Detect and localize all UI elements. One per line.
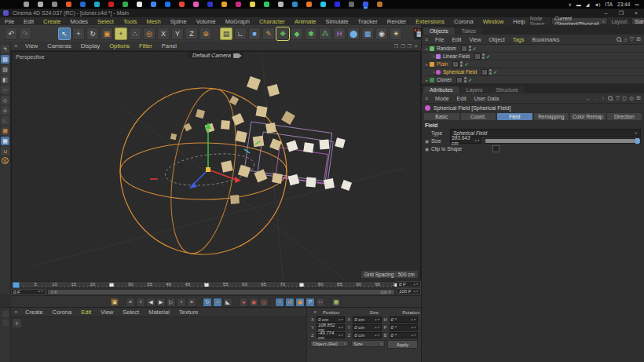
- field-object-button[interactable]: ⬤: [347, 27, 360, 40]
- object-label[interactable]: Cloner: [437, 77, 452, 82]
- redo-button[interactable]: ↷: [19, 27, 31, 40]
- pen-freehand-button[interactable]: ✎: [262, 27, 275, 40]
- coordinate-ring-button[interactable]: ◎: [143, 27, 156, 40]
- instance-button[interactable]: ◆: [291, 27, 303, 40]
- spinner-icon[interactable]: ▲▼: [413, 283, 419, 286]
- prev-frame-button[interactable]: ◀: [146, 298, 156, 307]
- next-frame-button[interactable]: ▷: [166, 298, 176, 307]
- object-panel-menu-icon[interactable]: ≡: [425, 37, 428, 42]
- tab-layers[interactable]: Layers: [460, 86, 489, 93]
- filter-icon[interactable]: ▽: [616, 95, 620, 101]
- polygons-mode-button[interactable]: ◆: [1, 106, 9, 115]
- autokey-button[interactable]: ◎: [259, 298, 269, 307]
- rotation-input[interactable]: 0 °▲▼: [390, 316, 418, 323]
- visibility-dots[interactable]: [464, 77, 467, 82]
- taskbar-app-icon[interactable]: [80, 2, 86, 7]
- notification-icon[interactable]: ▭: [635, 2, 639, 7]
- axis-move-button[interactable]: +: [115, 27, 127, 40]
- camera-label[interactable]: Default Camera: [188, 52, 243, 59]
- keyframe-circle-icon[interactable]: ◉: [425, 138, 431, 144]
- enabled-check-icon[interactable]: ✓: [493, 69, 497, 75]
- battery-icon[interactable]: ▬: [576, 2, 581, 7]
- taskbar-app-icon[interactable]: [306, 2, 312, 7]
- coordinates-menu-icon[interactable]: ≡: [313, 309, 317, 315]
- viewport-menu-view[interactable]: View: [25, 42, 38, 49]
- menu-item-create[interactable]: Create: [43, 18, 61, 25]
- menu-item-window[interactable]: Window: [483, 18, 504, 25]
- lock-workplane-button[interactable]: ▦: [1, 137, 9, 145]
- spinner-icon[interactable]: ▲▼: [411, 327, 416, 329]
- taskbar-app-icon[interactable]: [123, 2, 128, 7]
- spinner-icon[interactable]: ▲▼: [338, 327, 343, 329]
- model-mode-button[interactable]: ▧: [1, 55, 9, 64]
- tracks-button[interactable]: ≡: [213, 298, 222, 307]
- enable-checkbox[interactable]: [481, 69, 488, 75]
- attr-tab-field[interactable]: Field: [497, 113, 532, 120]
- menu-item-edit[interactable]: Edit: [24, 18, 34, 25]
- taskbar-app-icon[interactable]: [250, 2, 255, 7]
- tab-objects[interactable]: Objects: [423, 27, 455, 35]
- network-icon[interactable]: ◢: [586, 2, 590, 7]
- enabled-check-icon[interactable]: ✓: [464, 61, 468, 67]
- position-input[interactable]: 108.852 cm▲▼: [317, 324, 345, 331]
- viewport-menu-panel[interactable]: Panel: [162, 42, 177, 49]
- current-frame-field[interactable]: 0 F▲▼: [397, 281, 421, 287]
- spinner-icon[interactable]: ▲▼: [375, 335, 380, 337]
- attribute-panel-menu-icon[interactable]: ≡: [425, 96, 428, 101]
- menu-item-mograph[interactable]: MoGraph: [225, 18, 250, 25]
- search-icon[interactable]: [616, 36, 622, 42]
- taskbar-app-icon[interactable]: [377, 2, 382, 7]
- viewport-menu-display[interactable]: Display: [81, 42, 101, 49]
- timeline-ruler[interactable]: 0510152025303540455055606570758085909510…: [11, 281, 395, 288]
- slider-handle[interactable]: [635, 138, 639, 144]
- menu-item-mesh[interactable]: Mesh: [146, 18, 160, 25]
- viewport-canvas[interactable]: Perspective Default Camera Grid Spacing …: [11, 51, 421, 282]
- size-input[interactable]: 0 cm▲▼: [353, 324, 381, 331]
- spinner-icon[interactable]: ▲▼: [411, 335, 416, 337]
- object-label[interactable]: Spherical Field: [443, 69, 477, 75]
- effector-button[interactable]: ✱: [305, 27, 317, 40]
- object-row-random[interactable]: ▸Random✓: [422, 45, 644, 53]
- cube-primitive-button[interactable]: ■: [248, 27, 261, 40]
- enable-checkbox[interactable]: [474, 53, 481, 60]
- live-selection-button[interactable]: ↖: [58, 27, 71, 40]
- texture-mode-button[interactable]: ▨: [1, 65, 9, 74]
- enable-checkbox[interactable]: [452, 61, 459, 68]
- spinner-icon[interactable]: ▲▼: [338, 335, 343, 337]
- menu-item-character[interactable]: Character: [259, 18, 285, 25]
- spinner-icon[interactable]: ▲▼: [375, 319, 380, 321]
- add-panel-icon[interactable]: ⊞: [636, 36, 641, 42]
- search-icon[interactable]: [607, 95, 613, 101]
- menu-item-simulate[interactable]: Simulate: [325, 18, 348, 25]
- attribute-menu-edit[interactable]: Edit: [457, 96, 467, 101]
- taskbar-app-icon[interactable]: [320, 2, 326, 7]
- material-menu-material[interactable]: Material: [148, 309, 170, 316]
- coordinate-mode-dropdown[interactable]: Object (Rel)∨: [310, 340, 349, 347]
- key-marker[interactable]: [205, 283, 209, 287]
- attr-tab-remapping[interactable]: Remapping: [534, 113, 569, 120]
- next-key-button[interactable]: ›: [177, 298, 186, 307]
- object-row-spherical-field[interactable]: └Spherical Field✓: [422, 68, 644, 76]
- viewport-menu-filter[interactable]: Filter: [139, 42, 152, 49]
- attribute-menu-mode[interactable]: Mode: [435, 96, 449, 101]
- clock[interactable]: 23:44: [617, 2, 630, 7]
- chevron-up-icon[interactable]: ∨: [568, 2, 571, 7]
- menu-item-spline[interactable]: Spline: [170, 18, 187, 25]
- material-menu-select[interactable]: Select: [123, 309, 139, 316]
- expand-icon[interactable]: ▸: [424, 78, 430, 82]
- taskbar-app-icon[interactable]: [38, 2, 43, 7]
- expand-icon[interactable]: ▸: [424, 62, 430, 67]
- home-icon[interactable]: ⌂: [624, 37, 628, 42]
- position-input[interactable]: 0 cm▲▼: [317, 316, 345, 323]
- spinner-icon[interactable]: ▲▼: [375, 327, 380, 329]
- menu-item-select[interactable]: Select: [97, 18, 114, 25]
- menu-item-tools[interactable]: Tools: [123, 18, 137, 25]
- node-space-dropdown[interactable]: Current (Standard/Physical)∨: [551, 17, 608, 25]
- taskbar-app-icon[interactable]: [94, 2, 100, 7]
- object-menu-bookmarks[interactable]: Bookmarks: [532, 37, 560, 42]
- spinner-icon[interactable]: ▲▼: [411, 319, 416, 321]
- enabled-check-icon[interactable]: ✓: [468, 77, 472, 82]
- object-row-plain[interactable]: ▸Plain✓: [422, 60, 644, 68]
- coord-system-button[interactable]: ⊕: [199, 27, 212, 40]
- forward-icon[interactable]: →: [594, 96, 599, 101]
